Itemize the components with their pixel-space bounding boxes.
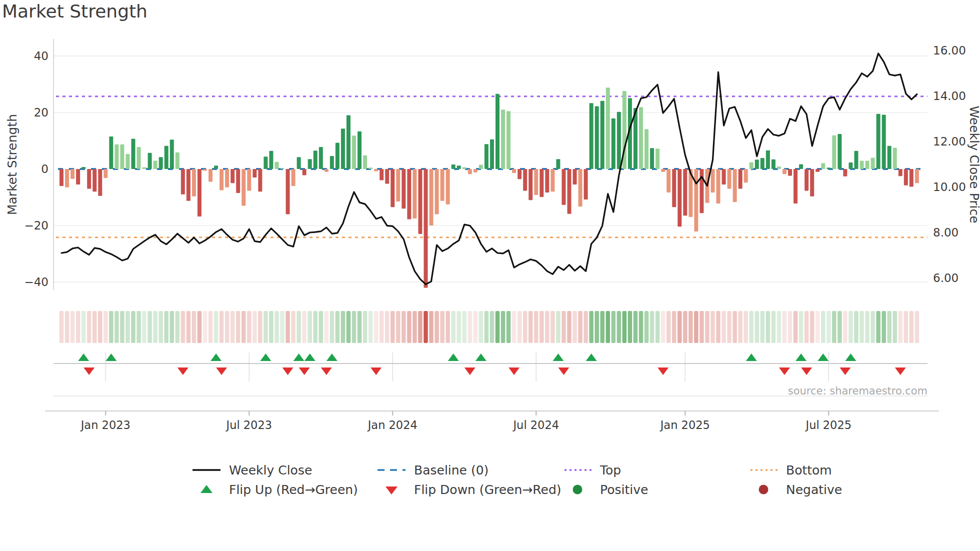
heatmap-cell — [176, 311, 180, 343]
heatmap-cell — [456, 311, 461, 343]
heatmap-cell — [446, 311, 450, 343]
flip-up-marker — [326, 354, 338, 361]
tick-label: 10.00 — [933, 180, 966, 194]
weekly-close-line-icon — [191, 464, 222, 476]
positive-circle-icon — [562, 483, 593, 496]
flip-down-marker — [558, 368, 569, 375]
flip-down-marker — [895, 368, 906, 375]
positive-bar — [821, 163, 825, 169]
negative-bar — [208, 169, 212, 182]
heatmap-cell — [628, 311, 632, 343]
heatmap-cell — [418, 311, 422, 343]
heatmap-cell — [385, 311, 390, 343]
negative-bar — [843, 169, 847, 176]
negative-bar — [412, 169, 416, 218]
negative-bar — [678, 169, 682, 226]
heatmap-cell — [882, 311, 886, 343]
positive-bar — [860, 161, 864, 169]
heatmap-cell — [98, 311, 102, 343]
negative-bar — [810, 169, 814, 196]
right-axis-title: Weekly Close Price — [967, 106, 980, 223]
heatmap-cell — [688, 311, 693, 343]
negative-bar — [396, 169, 400, 202]
heatmap-cell — [296, 311, 301, 343]
flip-up-marker — [746, 354, 757, 361]
heatmap-cell — [76, 311, 80, 343]
heatmap-cell — [319, 311, 324, 343]
negative-bar — [60, 169, 64, 186]
flip-down-marker — [299, 368, 310, 375]
negative-bar — [700, 169, 704, 213]
positive-bar — [164, 146, 168, 169]
positive-bar — [777, 166, 781, 169]
heatmap-cell — [170, 311, 174, 343]
heatmap-cell — [120, 311, 124, 343]
heatmap-cell — [782, 311, 787, 343]
negative-bar — [252, 169, 256, 178]
heatmap-cell — [336, 311, 340, 343]
heatmap-cell — [352, 311, 356, 343]
negative-bar — [198, 169, 202, 216]
negative-bar — [247, 169, 251, 191]
heatmap-cell — [308, 311, 312, 343]
negative-bar — [242, 169, 246, 206]
negative-bar — [418, 169, 422, 234]
heatmap-cell — [612, 311, 616, 343]
negative-bar — [816, 169, 820, 172]
negative-bar — [302, 169, 306, 175]
legend-label: Weekly Close — [229, 463, 312, 478]
positive-bar — [330, 156, 334, 169]
negative-bar — [230, 169, 234, 183]
negative-bar — [430, 169, 434, 226]
heatmap-cell — [114, 311, 119, 343]
heatmap-cell — [302, 311, 306, 343]
negative-bar — [286, 169, 290, 214]
negative-bar — [528, 169, 532, 200]
positive-bar — [617, 112, 621, 169]
tick-label: Jul 2023 — [226, 418, 272, 432]
positive-bar — [600, 101, 604, 169]
heatmap-cell — [910, 311, 914, 343]
heatmap-cell — [474, 311, 478, 343]
positive-bar — [772, 160, 776, 169]
heatmap-cell — [203, 311, 208, 343]
positive-bar — [336, 142, 340, 169]
heatmap-cell — [402, 311, 406, 343]
positive-bar — [274, 162, 278, 169]
positive-bar — [148, 153, 152, 169]
heatmap-cell — [341, 311, 346, 343]
negative-bar — [904, 169, 908, 186]
negative-bar — [225, 169, 229, 188]
market-strength-chart: Jan 2023Jul 2023Jan 2024Jul 2024Jan 2025… — [0, 0, 980, 551]
positive-bar — [137, 147, 141, 169]
heatmap-cell — [429, 311, 434, 343]
heatmap-cell — [794, 311, 798, 343]
heatmap-cell — [142, 311, 146, 343]
heatmap-cell — [346, 311, 351, 343]
positive-bar — [832, 136, 836, 169]
negative-bar — [446, 169, 450, 204]
heatmap-cell — [424, 311, 428, 343]
heatmap-cell — [848, 311, 853, 343]
heatmap-cell — [528, 311, 533, 343]
legend-item-bottom: Bottom — [748, 463, 832, 477]
strength-bars — [60, 88, 919, 288]
negative-bar — [258, 169, 262, 192]
heatmap-cell — [887, 311, 892, 343]
positive-bar — [170, 140, 174, 169]
positive-bar — [319, 147, 323, 169]
heatmap-cell — [710, 311, 715, 343]
heatmap-cell — [854, 311, 858, 343]
legend-item-weekly-close: Weekly Close — [191, 463, 312, 477]
heatmap-cell — [572, 311, 577, 343]
positive-bar — [799, 164, 803, 169]
heatmap-cell — [390, 311, 395, 343]
heatmap-cell — [291, 311, 296, 343]
heatmap-cell — [700, 311, 704, 343]
heatmap-cell — [148, 311, 152, 343]
heatmap-cell — [672, 311, 676, 343]
heatmap-cell — [821, 311, 826, 343]
legend-label: Positive — [600, 482, 648, 497]
flip-up-marker — [294, 354, 304, 361]
flip-up-marker — [476, 354, 486, 361]
